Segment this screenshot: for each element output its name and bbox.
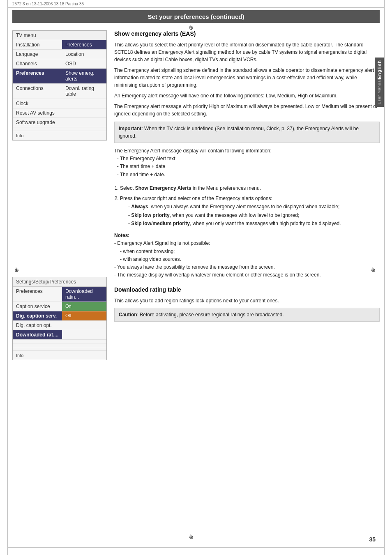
menu-label-channels: Channels <box>13 59 62 68</box>
settings-label-caption: Caption service <box>13 302 62 311</box>
main-content: TV menu Installation Preferences Languag… <box>12 30 380 369</box>
crosshair-bottom: ⊕ <box>189 534 196 541</box>
menu-value-osd: OSD <box>62 59 106 68</box>
eas-section-title: Show emergency alerts (EAS) <box>114 30 380 37</box>
page-stamp: 2572.3 en 13-11-2006 13:18 Pagina 35 <box>12 2 380 6</box>
border-top <box>7 7 385 8</box>
downloaded-section-title: Downloaded rating table <box>114 286 380 293</box>
info-block-intro: The Emergency Alert message display will… <box>114 147 380 155</box>
settings-row-empty2 <box>13 343 106 347</box>
menu-label-clock: Clock <box>13 99 62 108</box>
info-block-bullet-3: - The end time + date. <box>114 171 380 179</box>
option-skip-low-bold: Skip low priority <box>131 212 169 218</box>
info-block: The Emergency Alert message display will… <box>114 147 380 179</box>
menu-value-software <box>62 118 106 127</box>
settings-value-downloaded-rat <box>62 330 106 339</box>
menu-row-preferences: Preferences Show emerg. alerts <box>13 69 106 84</box>
tv-menu-info: Info <box>13 131 106 140</box>
settings-value-downloaded: Downloaded ratin... <box>62 287 106 302</box>
note-1b: - with analog video sources. <box>120 256 380 263</box>
note-1a: - when content browsing; <box>120 248 380 256</box>
settings-menu-title: Settings/Setup/Preferences <box>13 277 106 287</box>
eas-para-2: The Emergency alert signalling scheme de… <box>114 67 380 89</box>
important-box: Important: When the TV clock is undefine… <box>114 122 380 143</box>
settings-row-caption: Caption service On <box>13 302 106 311</box>
menu-row-reset-av: Reset AV settings <box>13 108 106 118</box>
crosshair-left-mid: ⊕ <box>14 267 21 274</box>
menu-row-empty1 <box>13 127 106 131</box>
option-skip-low-med: - Skip low/medium priority, when you onl… <box>128 219 380 228</box>
step-2: Press the cursor right and select one of… <box>120 195 380 228</box>
page-number: 35 <box>369 536 376 543</box>
language-label: English <box>377 60 382 79</box>
menu-row-language: Language Location <box>13 50 106 59</box>
menu-value-clock <box>62 99 106 108</box>
menu-row-connections: Connections Downl. rating table <box>13 84 106 99</box>
settings-label-dig-caption-opt: Dig. caption opt. <box>13 321 62 330</box>
menu-label-reset-av: Reset AV settings <box>13 108 62 117</box>
downloaded-para: This allows you to add region ratings lo… <box>114 297 380 304</box>
settings-label-downloaded-rat: Downloaded rat.... <box>13 330 62 339</box>
manual-label: User Manual <box>377 79 381 104</box>
menu-value-downl-rating: Downl. rating table <box>62 84 106 99</box>
menu-label-connections: Connections <box>13 84 62 99</box>
language-sidebar: English User Manual <box>375 58 384 107</box>
eas-para-4: The Emergency alert message with priorit… <box>114 103 380 117</box>
settings-label-preferences: Preferences <box>13 287 62 302</box>
page-title: Set your preferences (continued) <box>12 10 380 23</box>
menu-row-channels: Channels OSD <box>13 59 106 69</box>
note-3: - The message display will overlap whate… <box>114 271 380 279</box>
notes-section: Notes: - Emergency Alert Signalling is n… <box>114 232 380 279</box>
important-text: : When the TV clock is undefined (See in… <box>119 126 359 139</box>
crosshair-top: ⊕ <box>189 25 196 31</box>
menu-value-location: Location <box>62 50 106 59</box>
menu-row-clock: Clock <box>13 99 106 108</box>
tv-menu-title: TV menu <box>13 31 106 40</box>
settings-menu-box: Settings/Setup/Preferences Preferences D… <box>12 277 107 360</box>
menu-label-software: Software upgrade <box>13 118 62 127</box>
menu-row-software: Software upgrade <box>13 118 106 127</box>
menu-label-language: Language <box>13 50 62 59</box>
spacer <box>12 150 107 277</box>
settings-menu-info: Info <box>13 351 106 360</box>
menu-row-installation: Installation Preferences <box>13 40 106 50</box>
note-1: - Emergency Alert Signalling is not poss… <box>114 240 380 247</box>
options-list: - Always, when you always want the Emerg… <box>128 203 380 228</box>
settings-value-on: On <box>62 302 106 311</box>
notes-title: Notes: <box>114 232 380 240</box>
info-block-bullet-1: - The Emergency Alert text <box>114 155 380 163</box>
steps-list: Select Show Emergency Alerts in the Menu… <box>120 184 380 228</box>
left-column: TV menu Installation Preferences Languag… <box>12 30 107 369</box>
important-label: Important <box>119 126 141 131</box>
menu-value-reset-av <box>62 108 106 117</box>
border-right <box>384 0 385 555</box>
right-column: Show emergency alerts (EAS) This allows … <box>114 30 380 369</box>
settings-value-off: Off <box>62 311 106 320</box>
tv-menu-box: TV menu Installation Preferences Languag… <box>12 30 107 140</box>
step-1-bold: Show Emergency Alerts <box>135 185 191 191</box>
eas-para-1: This allows you to select the alert prio… <box>114 41 380 63</box>
menu-label-installation: Installation <box>13 40 62 49</box>
option-skip-low-med-bold: Skip low/medium priority <box>131 221 190 226</box>
step-1: Select Show Emergency Alerts in the Menu… <box>120 184 380 192</box>
menu-value-show-emerg: Show emerg. alerts <box>62 69 106 83</box>
eas-para-3: An Emergency alert message will have one… <box>114 92 380 99</box>
option-skip-low: - Skip low priority, when you want the m… <box>128 211 380 219</box>
menu-value-preferences: Preferences <box>62 40 106 49</box>
settings-row-downloaded-rat: Downloaded rat.... <box>13 330 106 340</box>
menu-label-preferences: Preferences <box>13 69 62 83</box>
border-left <box>7 0 8 555</box>
option-always-bold: Always <box>131 204 148 210</box>
caution-label: Caution <box>119 312 137 318</box>
option-always: - Always, when you always want the Emerg… <box>128 203 380 211</box>
caution-text: : Before activating, please ensure regio… <box>137 312 284 318</box>
settings-row-dig-caption-opt: Dig. caption opt. <box>13 321 106 330</box>
settings-row-preferences: Preferences Downloaded ratin... <box>13 287 106 302</box>
settings-row-empty1 <box>13 340 106 343</box>
settings-row-empty3 <box>13 347 106 351</box>
note-2: - You always have the possibility to rem… <box>114 263 380 271</box>
settings-row-dig-caption-serv: Dig. caption serv. Off <box>13 311 106 321</box>
settings-value-dig-caption-opt <box>62 321 106 330</box>
info-block-bullet-2: - The start time + date <box>114 163 380 170</box>
crosshair-right-mid: ⊕ <box>371 267 378 274</box>
